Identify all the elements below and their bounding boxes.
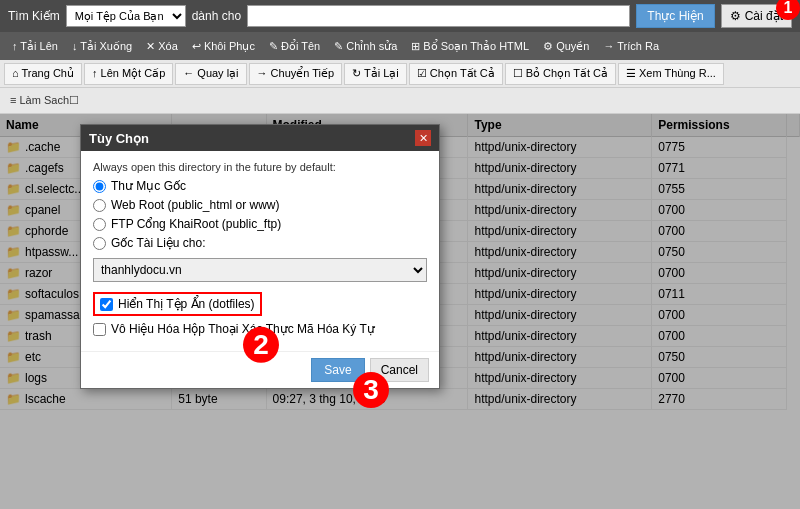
select-all-btn[interactable]: ☑ Chọn Tất Cả — [409, 63, 503, 85]
for-label: dành cho — [192, 9, 241, 23]
file-area: Name Modified Type Permissions 📁.cache 9… — [0, 114, 800, 509]
domain-select-row: thanhlydocu.vn — [93, 258, 427, 282]
html-editor-btn[interactable]: ⊞ Bổ Soạn Thảo HTML — [405, 38, 535, 55]
search-label: Tìm Kiếm — [8, 9, 60, 23]
gear-icon: ⚙ — [730, 9, 741, 23]
back-btn[interactable]: ← Quay lại — [175, 63, 246, 85]
run-button[interactable]: Thực Hiện — [636, 4, 714, 28]
permissions-btn[interactable]: ⚙ Quyền — [537, 38, 595, 55]
modal-desc: Always open this directory in the future… — [93, 161, 427, 173]
domain-select[interactable]: thanhlydocu.vn — [93, 258, 427, 282]
modal-overlay: Tùy Chọn ✕ Always open this directory in… — [0, 114, 800, 509]
radio-ftp-input[interactable] — [93, 218, 106, 231]
modal-dialog: Tùy Chọn ✕ Always open this directory in… — [80, 124, 440, 389]
search-input[interactable] — [247, 5, 630, 27]
rename-btn[interactable]: ✎ Đổi Tên — [263, 38, 326, 55]
badge-3: 3 — [353, 372, 389, 408]
deselect-all-btn[interactable]: ☐ Bỏ Chọn Tất Cả — [505, 63, 616, 85]
disable-dialog-label: Vô Hiệu Hóa Hộp Thoại Xác Thực Mã Hóa Ký… — [111, 322, 375, 336]
radio-ftp[interactable]: FTP Cổng KhaiRoot (public_ftp) — [93, 217, 427, 231]
modal-title-bar: Tùy Chọn ✕ — [81, 125, 439, 151]
radio-docroot-label: Gốc Tài Liệu cho: — [111, 236, 205, 250]
radio-docroot[interactable]: Gốc Tài Liệu cho: — [93, 236, 427, 250]
file-type-select[interactable]: Mọi Tệp Của Bạn — [66, 5, 186, 27]
radio-root-input[interactable] — [93, 180, 106, 193]
radio-group: Thư Mục Gốc Web Root (public_html or www… — [93, 179, 427, 250]
second-toolbar: ↑ Tải Lên ↓ Tải Xuống ✕ Xóa ↩ Khôi Phục … — [0, 32, 800, 60]
extract-btn[interactable]: → Trích Ra — [597, 38, 665, 54]
delete-btn[interactable]: ✕ Xóa — [140, 38, 184, 55]
clean-btn[interactable]: ≡ Làm Sach☐ — [4, 92, 85, 109]
disable-dialog-checkbox[interactable] — [93, 323, 106, 336]
radio-webroot[interactable]: Web Root (public_html or www) — [93, 198, 427, 212]
radio-root[interactable]: Thư Mục Gốc — [93, 179, 427, 193]
badge-1: 1 — [776, 0, 800, 20]
forward-btn[interactable]: → Chuyển Tiếp — [249, 63, 343, 85]
nav-toolbar: ⌂ Trang Chủ ↑ Lên Một Cấp ← Quay lại → C… — [0, 60, 800, 88]
action-toolbar: ≡ Làm Sach☐ — [0, 88, 800, 114]
top-toolbar: Tìm Kiếm Mọi Tệp Của Bạn dành cho Thực H… — [0, 0, 800, 32]
reload-btn[interactable]: ↻ Tải Lại — [344, 63, 407, 85]
show-hidden-checkbox-row: Hiển Thị Tệp Ẩn (dotfiles) — [93, 292, 262, 316]
radio-ftp-label: FTP Cổng KhaiRoot (public_ftp) — [111, 217, 281, 231]
view-trash-btn[interactable]: ☰ Xem Thùng R... — [618, 63, 724, 85]
edit-btn[interactable]: ✎ Chỉnh sửa — [328, 38, 403, 55]
upload-btn[interactable]: ↑ Tải Lên — [6, 38, 64, 55]
home-btn[interactable]: ⌂ Trang Chủ — [4, 63, 82, 85]
download-btn[interactable]: ↓ Tải Xuống — [66, 38, 138, 55]
modal-footer: 2 Save Cancel 3 — [81, 351, 439, 388]
radio-docroot-input[interactable] — [93, 237, 106, 250]
radio-webroot-label: Web Root (public_html or www) — [111, 198, 280, 212]
modal-body: Always open this directory in the future… — [81, 151, 439, 351]
radio-root-label: Thư Mục Gốc — [111, 179, 186, 193]
badge-2: 2 — [243, 327, 279, 363]
up-btn[interactable]: ↑ Lên Một Cấp — [84, 63, 173, 85]
modal-close-button[interactable]: ✕ — [415, 130, 431, 146]
modal-title: Tùy Chọn — [89, 131, 149, 146]
restore-btn[interactable]: ↩ Khôi Phục — [186, 38, 261, 55]
show-hidden-label: Hiển Thị Tệp Ẩn (dotfiles) — [118, 297, 255, 311]
radio-webroot-input[interactable] — [93, 199, 106, 212]
show-hidden-checkbox[interactable] — [100, 298, 113, 311]
